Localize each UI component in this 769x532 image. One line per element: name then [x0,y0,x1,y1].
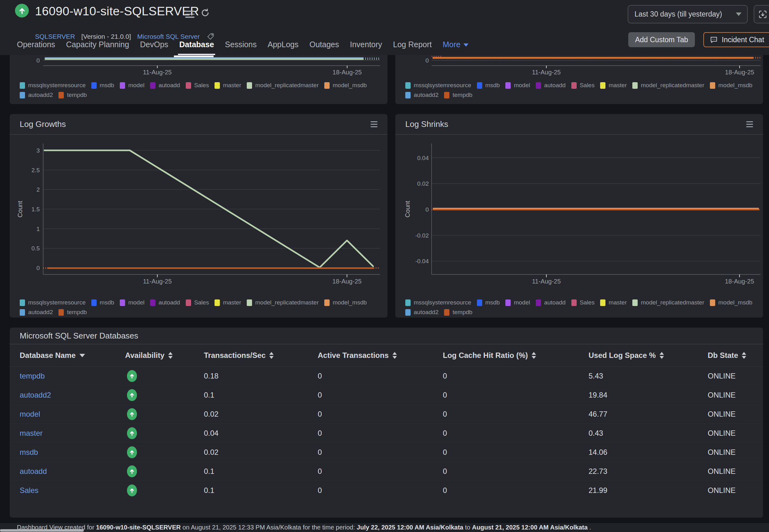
db-state-value: ONLINE [708,486,736,494]
legend-item-autoadd[interactable]: autoadd [536,299,566,306]
log-growths-chart: 32.521.510.5011-Aug-2518-Aug-25Count [10,135,388,295]
time-range-dropdown[interactable]: Last 30 days (till yesterday) [628,5,748,23]
table-row-model: model0.020046.77ONLINE [10,405,763,424]
export-view-button[interactable] [754,5,769,23]
chart-menu-icon[interactable] [746,121,753,127]
column-header-database-name[interactable]: Database Name [20,351,125,360]
legend-item-sales[interactable]: Sales [186,299,209,306]
column-header-active-transactions[interactable]: Active Transactions [318,351,443,360]
database-link-model[interactable]: model [20,410,40,418]
legend-item-tempdb[interactable]: tempdb [444,92,472,98]
tab-inventory[interactable]: Inventory [349,40,383,55]
monitor-actions-menu-icon[interactable] [185,11,194,18]
legend-item-model[interactable]: model [120,299,144,306]
legend-swatch [444,92,450,98]
column-header-used-log-space-[interactable]: Used Log Space % [589,351,708,360]
tab-database[interactable]: Database [178,40,215,55]
incident-chat-label: Incident Chat [722,36,764,44]
legend-swatch [186,82,191,89]
tab-outages[interactable]: Outages [308,40,340,55]
legend-item-model-msdb[interactable]: model_msdb [324,82,367,89]
legend-item-autoadd[interactable]: autoadd [150,82,180,89]
legend-item-sales[interactable]: Sales [571,299,595,306]
legend-item-model-msdb[interactable]: model_msdb [324,299,367,306]
monitor-type-link[interactable]: SQLSERVER [35,33,75,40]
legend-swatch [58,92,64,98]
legend-item-msdb[interactable]: msdb [91,82,114,89]
legend-item-master[interactable]: master [214,82,241,89]
svg-text:11-Aug-25: 11-Aug-25 [143,278,172,285]
tab-capacity-planning[interactable]: Capacity Planning [65,40,130,55]
legend-item-model[interactable]: model [120,82,144,89]
legend-item-autoadd2[interactable]: autoadd2 [405,92,439,98]
legend-item-autoadd2[interactable]: autoadd2 [20,309,53,316]
legend-item-model[interactable]: model [505,299,530,306]
tab-applogs[interactable]: AppLogs [266,40,300,55]
legend-item-model-replicatedmaster[interactable]: model_replicatedmaster [247,299,319,306]
legend-item-sales[interactable]: Sales [571,82,595,89]
column-header-log-cache-hit-ratio-[interactable]: Log Cache Hit Ratio (%) [443,351,589,360]
add-custom-tab-button[interactable]: Add Custom Tab [628,32,695,47]
legend-item-autoadd[interactable]: autoadd [536,82,566,89]
legend-item-mssqlsystemresource[interactable]: mssqlsystemresource [405,299,471,306]
legend-item-msdb[interactable]: msdb [91,299,114,306]
legend-item-msdb[interactable]: msdb [477,299,500,306]
column-header-availability[interactable]: Availability [125,351,204,360]
tab-devops[interactable]: DevOps [139,40,169,55]
database-link-tempdb[interactable]: tempdb [20,372,45,380]
legend-item-model[interactable]: model [505,82,530,89]
legend-item-autoadd[interactable]: autoadd [150,299,180,306]
legend-label: master [609,299,627,306]
log-cache-hit-ratio-value: 0 [443,410,447,418]
database-link-autoadd2[interactable]: autoadd2 [20,391,51,399]
tab-log-report[interactable]: Log Report [392,40,433,55]
refresh-icon[interactable] [200,8,210,18]
legend-swatch [186,299,191,306]
database-link-msdb[interactable]: msdb [20,448,38,456]
tag-icon[interactable] [207,33,214,40]
database-link-autoadd[interactable]: autoadd [20,467,47,475]
legend-item-model-replicatedmaster[interactable]: model_replicatedmaster [247,82,319,89]
legend-item-tempdb[interactable]: tempdb [58,92,87,98]
column-label: Availability [125,351,164,360]
legend-item-tempdb[interactable]: tempdb [444,309,472,316]
tab-sessions[interactable]: Sessions [224,40,258,55]
availability-up-icon [15,4,29,18]
legend-item-mssqlsystemresource[interactable]: mssqlsystemresource [405,82,471,89]
svg-text:Count: Count [17,201,23,218]
legend-item-model-msdb[interactable]: model_msdb [710,82,752,89]
svg-text:11-Aug-25: 11-Aug-25 [532,69,561,76]
legend-swatch [58,309,64,316]
legend-item-autoadd2[interactable]: autoadd2 [20,92,53,98]
incident-chat-button[interactable]: Incident Chat [703,32,769,47]
active-transactions-value: 0 [318,467,322,475]
legend-label: autoadd2 [414,92,439,98]
column-label: Used Log Space % [589,351,656,360]
legend-item-master[interactable]: master [600,299,627,306]
legend-item-sales[interactable]: Sales [186,82,209,89]
column-header-transactions-sec[interactable]: Transactions/Sec [204,351,318,360]
column-header-db-state[interactable]: Db State [708,351,763,360]
database-link-master[interactable]: master [20,429,43,437]
tab-more[interactable]: More [442,40,470,55]
category-link[interactable]: Microsoft SQL Server [137,33,200,40]
chart-menu-icon[interactable] [370,121,377,127]
active-transactions-value: 0 [318,429,322,437]
svg-text:1: 1 [36,226,40,232]
legend-item-master[interactable]: master [214,299,241,306]
database-link-sales[interactable]: Sales [20,486,38,494]
legend-item-mssqlsystemresource[interactable]: mssqlsystemresource [20,82,86,89]
legend-item-msdb[interactable]: msdb [477,82,500,89]
legend-item-model-replicatedmaster[interactable]: model_replicatedmaster [632,82,704,89]
legend-label: autoadd [544,82,566,89]
legend-item-autoadd2[interactable]: autoadd2 [405,309,439,316]
active-transactions-value: 0 [318,391,322,399]
tab-operations[interactable]: Operations [16,40,56,55]
horizontal-scrollbar[interactable] [0,529,84,532]
legend-item-master[interactable]: master [600,82,627,89]
legend-item-mssqlsystemresource[interactable]: mssqlsystemresource [20,299,86,306]
legend-item-model-replicatedmaster[interactable]: model_replicatedmaster [632,299,704,306]
legend-item-model-msdb[interactable]: model_msdb [710,299,752,306]
availability-up-icon [127,484,137,496]
legend-item-tempdb[interactable]: tempdb [58,309,87,316]
